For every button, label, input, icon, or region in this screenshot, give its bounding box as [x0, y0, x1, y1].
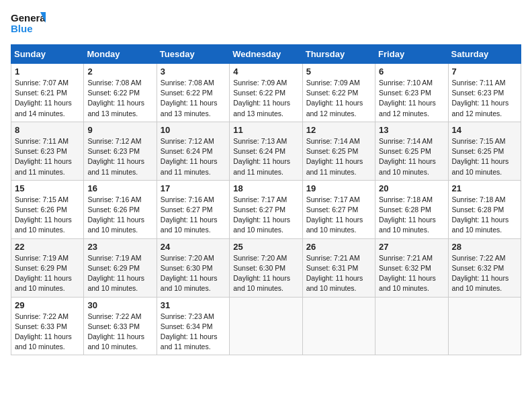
- day-number: 26: [306, 242, 371, 252]
- day-number: 29: [15, 300, 80, 310]
- calendar-cell: [448, 297, 521, 355]
- day-info: Sunrise: 7:12 AM Sunset: 6:23 PM Dayligh…: [87, 136, 152, 177]
- day-info: Sunrise: 7:09 AM Sunset: 6:22 PM Dayligh…: [306, 78, 371, 119]
- day-info: Sunrise: 7:14 AM Sunset: 6:25 PM Dayligh…: [306, 136, 371, 177]
- calendar-week-1: 1Sunrise: 7:07 AM Sunset: 6:21 PM Daylig…: [11, 64, 521, 122]
- day-number: 20: [379, 183, 444, 193]
- day-info: Sunrise: 7:17 AM Sunset: 6:27 PM Dayligh…: [233, 195, 298, 236]
- day-number: 7: [452, 66, 517, 77]
- calendar-cell: 12Sunrise: 7:14 AM Sunset: 6:25 PM Dayli…: [302, 122, 375, 180]
- calendar-cell: 16Sunrise: 7:16 AM Sunset: 6:26 PM Dayli…: [84, 180, 157, 238]
- day-number: 31: [161, 300, 226, 310]
- logo-svg: General Blue: [11, 11, 46, 36]
- calendar-week-2: 8Sunrise: 7:11 AM Sunset: 6:23 PM Daylig…: [11, 122, 521, 180]
- day-number: 9: [87, 125, 152, 135]
- day-info: Sunrise: 7:08 AM Sunset: 6:22 PM Dayligh…: [87, 78, 152, 119]
- day-info: Sunrise: 7:22 AM Sunset: 6:32 PM Dayligh…: [452, 253, 517, 294]
- calendar-week-4: 22Sunrise: 7:19 AM Sunset: 6:29 PM Dayli…: [11, 238, 521, 297]
- day-number: 30: [87, 300, 152, 310]
- day-info: Sunrise: 7:20 AM Sunset: 6:30 PM Dayligh…: [161, 253, 226, 294]
- calendar-cell: 2Sunrise: 7:08 AM Sunset: 6:22 PM Daylig…: [84, 64, 157, 122]
- calendar-cell: 30Sunrise: 7:22 AM Sunset: 6:33 PM Dayli…: [84, 297, 157, 355]
- calendar-week-5: 29Sunrise: 7:22 AM Sunset: 6:33 PM Dayli…: [11, 297, 521, 355]
- day-info: Sunrise: 7:18 AM Sunset: 6:28 PM Dayligh…: [452, 195, 517, 236]
- day-number: 25: [233, 242, 298, 252]
- day-number: 8: [15, 125, 80, 135]
- calendar-cell: 5Sunrise: 7:09 AM Sunset: 6:22 PM Daylig…: [302, 64, 375, 122]
- day-info: Sunrise: 7:11 AM Sunset: 6:23 PM Dayligh…: [452, 78, 517, 119]
- day-number: 21: [452, 183, 517, 193]
- svg-text:Blue: Blue: [11, 23, 33, 34]
- col-header-thursday: Thursday: [302, 45, 375, 64]
- svg-text:General: General: [11, 12, 46, 24]
- calendar-cell: 21Sunrise: 7:18 AM Sunset: 6:28 PM Dayli…: [448, 180, 521, 238]
- day-number: 24: [161, 242, 226, 252]
- calendar-cell: 20Sunrise: 7:18 AM Sunset: 6:28 PM Dayli…: [375, 180, 448, 238]
- day-info: Sunrise: 7:15 AM Sunset: 6:25 PM Dayligh…: [452, 136, 517, 177]
- calendar-cell: 3Sunrise: 7:08 AM Sunset: 6:22 PM Daylig…: [157, 64, 229, 122]
- day-number: 1: [15, 66, 80, 77]
- day-info: Sunrise: 7:09 AM Sunset: 6:22 PM Dayligh…: [233, 78, 298, 119]
- logo: General Blue: [11, 11, 46, 36]
- day-info: Sunrise: 7:16 AM Sunset: 6:27 PM Dayligh…: [161, 195, 226, 236]
- calendar-cell: 29Sunrise: 7:22 AM Sunset: 6:33 PM Dayli…: [11, 297, 84, 355]
- col-header-wednesday: Wednesday: [230, 45, 302, 64]
- calendar-cell: 23Sunrise: 7:19 AM Sunset: 6:29 PM Dayli…: [84, 238, 157, 297]
- page-header: General Blue: [11, 11, 521, 36]
- day-number: 17: [161, 183, 226, 193]
- calendar-cell: 31Sunrise: 7:23 AM Sunset: 6:34 PM Dayli…: [157, 297, 229, 355]
- col-header-sunday: Sunday: [11, 45, 84, 64]
- col-header-tuesday: Tuesday: [157, 45, 229, 64]
- day-number: 6: [379, 66, 444, 77]
- calendar-cell: 4Sunrise: 7:09 AM Sunset: 6:22 PM Daylig…: [230, 64, 302, 122]
- calendar-cell: [302, 297, 375, 355]
- day-info: Sunrise: 7:15 AM Sunset: 6:26 PM Dayligh…: [15, 195, 80, 236]
- day-info: Sunrise: 7:17 AM Sunset: 6:27 PM Dayligh…: [306, 195, 371, 236]
- calendar-cell: 6Sunrise: 7:10 AM Sunset: 6:23 PM Daylig…: [375, 64, 448, 122]
- day-number: 27: [379, 242, 444, 252]
- day-info: Sunrise: 7:12 AM Sunset: 6:24 PM Dayligh…: [161, 136, 226, 177]
- calendar-cell: 19Sunrise: 7:17 AM Sunset: 6:27 PM Dayli…: [302, 180, 375, 238]
- calendar-cell: 27Sunrise: 7:21 AM Sunset: 6:32 PM Dayli…: [375, 238, 448, 297]
- col-header-monday: Monday: [84, 45, 157, 64]
- calendar-cell: 25Sunrise: 7:20 AM Sunset: 6:30 PM Dayli…: [230, 238, 302, 297]
- day-info: Sunrise: 7:13 AM Sunset: 6:24 PM Dayligh…: [233, 136, 298, 177]
- day-number: 12: [306, 125, 371, 135]
- calendar-cell: 13Sunrise: 7:14 AM Sunset: 6:25 PM Dayli…: [375, 122, 448, 180]
- day-info: Sunrise: 7:08 AM Sunset: 6:22 PM Dayligh…: [161, 78, 226, 119]
- calendar-cell: 14Sunrise: 7:15 AM Sunset: 6:25 PM Dayli…: [448, 122, 521, 180]
- day-info: Sunrise: 7:14 AM Sunset: 6:25 PM Dayligh…: [379, 136, 444, 177]
- day-info: Sunrise: 7:16 AM Sunset: 6:26 PM Dayligh…: [87, 195, 152, 236]
- calendar-cell: 8Sunrise: 7:11 AM Sunset: 6:23 PM Daylig…: [11, 122, 84, 180]
- day-info: Sunrise: 7:10 AM Sunset: 6:23 PM Dayligh…: [379, 78, 444, 119]
- calendar-cell: [230, 297, 302, 355]
- col-header-friday: Friday: [375, 45, 448, 64]
- day-info: Sunrise: 7:21 AM Sunset: 6:32 PM Dayligh…: [379, 253, 444, 294]
- calendar-table: SundayMondayTuesdayWednesdayThursdayFrid…: [11, 44, 521, 355]
- col-header-saturday: Saturday: [448, 45, 521, 64]
- day-info: Sunrise: 7:07 AM Sunset: 6:21 PM Dayligh…: [15, 78, 80, 119]
- calendar-cell: [375, 297, 448, 355]
- day-info: Sunrise: 7:22 AM Sunset: 6:33 PM Dayligh…: [87, 312, 152, 353]
- day-number: 19: [306, 183, 371, 193]
- calendar-cell: 7Sunrise: 7:11 AM Sunset: 6:23 PM Daylig…: [448, 64, 521, 122]
- day-number: 23: [87, 242, 152, 252]
- day-info: Sunrise: 7:18 AM Sunset: 6:28 PM Dayligh…: [379, 195, 444, 236]
- day-number: 28: [452, 242, 517, 252]
- day-info: Sunrise: 7:19 AM Sunset: 6:29 PM Dayligh…: [15, 253, 80, 294]
- calendar-cell: 17Sunrise: 7:16 AM Sunset: 6:27 PM Dayli…: [157, 180, 229, 238]
- day-number: 11: [233, 125, 298, 135]
- day-info: Sunrise: 7:19 AM Sunset: 6:29 PM Dayligh…: [87, 253, 152, 294]
- day-info: Sunrise: 7:21 AM Sunset: 6:31 PM Dayligh…: [306, 253, 371, 294]
- day-number: 16: [87, 183, 152, 193]
- day-number: 13: [379, 125, 444, 135]
- day-number: 15: [15, 183, 80, 193]
- calendar-cell: 1Sunrise: 7:07 AM Sunset: 6:21 PM Daylig…: [11, 64, 84, 122]
- calendar-cell: 11Sunrise: 7:13 AM Sunset: 6:24 PM Dayli…: [230, 122, 302, 180]
- day-number: 14: [452, 125, 517, 135]
- calendar-cell: 10Sunrise: 7:12 AM Sunset: 6:24 PM Dayli…: [157, 122, 229, 180]
- day-info: Sunrise: 7:20 AM Sunset: 6:30 PM Dayligh…: [233, 253, 298, 294]
- calendar-week-3: 15Sunrise: 7:15 AM Sunset: 6:26 PM Dayli…: [11, 180, 521, 238]
- day-number: 3: [161, 66, 226, 77]
- calendar-cell: 26Sunrise: 7:21 AM Sunset: 6:31 PM Dayli…: [302, 238, 375, 297]
